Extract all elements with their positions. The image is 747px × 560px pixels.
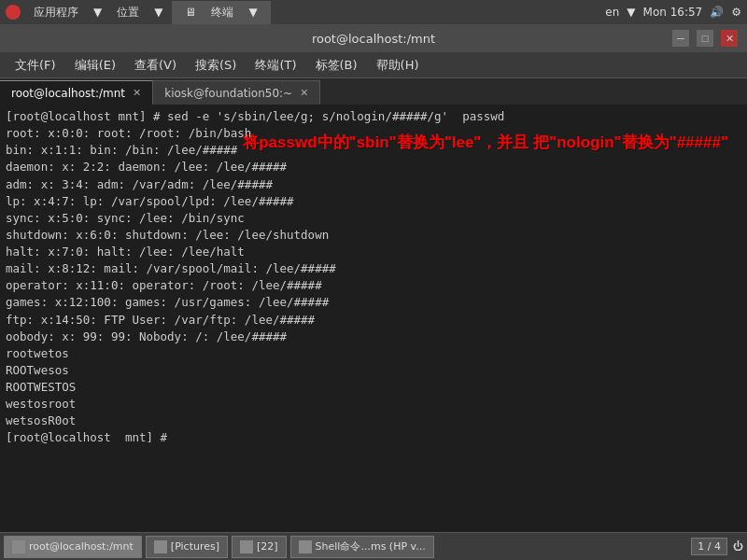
tab-label: kiosk@foundation50:~	[164, 87, 292, 100]
menu-item[interactable]: 查看(V)	[127, 55, 184, 76]
terminal-line: wetsosR0ot	[6, 413, 741, 429]
menu-item[interactable]: 帮助(H)	[369, 55, 427, 76]
terminal-line: bin: x:1:1: bin: /bin: /lee/#####	[6, 142, 741, 159]
terminal-line: games: x:12:100: games: /usr/games: /lee…	[6, 294, 741, 311]
location-menu[interactable]: 位置	[111, 3, 145, 22]
taskbar-item-3[interactable]: Shell命令...ms (HP v...	[290, 536, 434, 558]
taskbar-item-2[interactable]: [22]	[232, 536, 287, 558]
terminal-line: westosroot	[6, 396, 741, 413]
taskbar-item-label: root@localhost:/mnt	[29, 540, 134, 553]
top-bar-right: en ▼ Mon 16:57 🔊 ⚙	[605, 6, 741, 19]
taskbar-right: 1 / 4⏻	[691, 538, 743, 555]
terminal-line: ROOTwesos	[6, 362, 741, 379]
terminal-line: [root@localhost mnt] #	[6, 429, 741, 446]
terminal-line: halt: x:7:0: halt: /lee: /lee/halt	[6, 244, 741, 260]
terminal-line: root: x:0:0: root: /root: /bin/bash	[6, 125, 741, 142]
terminal-line: [root@localhost mnt] # sed -e 's/sbin/le…	[6, 108, 741, 125]
terminal-line: ROOTWESTOS	[6, 379, 741, 396]
taskbar-item-0[interactable]: root@localhost:/mnt	[4, 536, 142, 558]
terminal-menu-arrow: ▼	[243, 4, 262, 21]
menu-item[interactable]: 编辑(E)	[67, 55, 123, 76]
terminal-line: daemon: x: 2:2: daemon: /lee: /lee/#####	[6, 159, 741, 175]
terminal-window: root@localhost:/mnt ─ □ ✕ 文件(F)编辑(E)查看(V…	[0, 24, 747, 536]
menu-bar: 文件(F)编辑(E)查看(V)搜索(S)终端(T)标签(B)帮助(H)	[0, 52, 747, 78]
power-icon[interactable]: ⏻	[733, 540, 743, 553]
tab-close-button[interactable]: ✕	[133, 87, 141, 99]
terminal-icon	[12, 540, 25, 553]
window-titlebar: root@localhost:/mnt ─ □ ✕	[0, 24, 747, 52]
tab-0[interactable]: root@localhost:/mnt✕	[0, 80, 153, 105]
workspace-pager[interactable]: 1 / 4	[691, 538, 727, 555]
settings-icon[interactable]: ⚙	[731, 6, 741, 19]
terminal-content[interactable]: 将passwd中的"sbin"替换为"lee"，并且 把"nologin"替换为…	[0, 105, 747, 536]
terminal-menu-top[interactable]: 🖥 终端 ▼	[172, 1, 270, 24]
window-controls: ─ □ ✕	[672, 30, 738, 47]
terminal-line: operator: x:11:0: operator: /root: /lee/…	[6, 277, 741, 294]
volume-icon[interactable]: 🔊	[710, 6, 724, 19]
taskbar-item-label: [Pictures]	[171, 540, 219, 553]
close-button[interactable]: ✕	[721, 30, 738, 47]
terminal-line: rootwetos	[6, 345, 741, 362]
folder-icon	[154, 540, 167, 553]
terminal-line: ftp: x:14:50: FTP User: /var/ftp: /lee/#…	[6, 312, 741, 329]
terminal-menu-icon: 🖥	[179, 4, 202, 21]
maximize-button[interactable]: □	[697, 30, 713, 47]
clock: Mon 16:57	[643, 6, 703, 19]
top-system-bar: 应用程序 ▼ 位置 ▼ 🖥 终端 ▼ en ▼ Mon 16:57 🔊 ⚙	[0, 0, 747, 24]
tabs-bar: root@localhost:/mnt✕kiosk@foundation50:~…	[0, 78, 747, 105]
tab-label: root@localhost:/mnt	[11, 87, 125, 100]
terminal-line: lp: x:4:7: lp: /var/spool/lpd: /lee/####…	[6, 193, 741, 210]
app-menu[interactable]: 应用程序	[28, 3, 84, 22]
top-bar-left: 应用程序 ▼ 位置 ▼ 🖥 终端 ▼	[6, 1, 605, 24]
terminal-line: shutdown: x:6:0: shutdown: /lee: /lee/sh…	[6, 227, 741, 244]
terminal-line: oobody: x: 99: 99: Nobody: /: /lee/#####	[6, 329, 741, 345]
terminal-line: mail: x:8:12: mail: /var/spool/mail: /le…	[6, 260, 741, 277]
menu-item[interactable]: 搜索(S)	[188, 55, 244, 76]
tab-1[interactable]: kiosk@foundation50:~✕	[153, 80, 320, 105]
edit-icon	[299, 540, 312, 553]
menu-item[interactable]: 标签(B)	[308, 55, 365, 76]
menu-indicator-app: ▼	[88, 4, 107, 21]
tab-close-button[interactable]: ✕	[300, 87, 308, 99]
minimize-button[interactable]: ─	[672, 30, 689, 47]
menu-item[interactable]: 终端(T)	[247, 55, 303, 76]
lang-arrow: ▼	[627, 6, 635, 19]
terminal-menu-label: 终端	[205, 3, 239, 22]
app-icon	[6, 5, 21, 20]
taskbar-item-1[interactable]: [Pictures]	[146, 536, 228, 558]
terminal-line: adm: x: 3:4: adm: /var/adm: /lee/#####	[6, 176, 741, 193]
lang-indicator[interactable]: en	[605, 6, 619, 19]
menu-indicator-loc: ▼	[148, 4, 168, 21]
terminal-icon	[240, 540, 253, 553]
terminal-line: sync: x:5:0: sync: /lee: /bin/sync	[6, 210, 741, 227]
window-title: root@localhost:/mnt	[312, 32, 435, 46]
taskbar-item-label: Shell命令...ms (HP v...	[316, 539, 426, 553]
taskbar-item-label: [22]	[257, 540, 278, 553]
taskbar: root@localhost:/mnt[Pictures][22]Shell命令…	[0, 532, 747, 560]
menu-item[interactable]: 文件(F)	[7, 55, 63, 76]
